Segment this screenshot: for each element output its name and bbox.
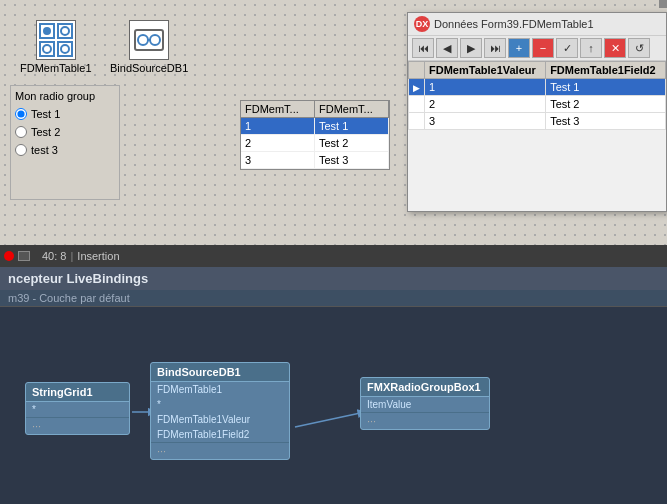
status-square xyxy=(18,251,30,261)
toolbar-first[interactable]: ⏮ xyxy=(412,38,434,58)
radio-group-title: Mon radio group xyxy=(15,90,115,102)
status-position: 40: 8 xyxy=(42,250,66,262)
fdmemtable-label: FDMemTable1 xyxy=(20,62,92,74)
fdmemtable-component[interactable]: FDMemTable1 xyxy=(20,20,92,74)
toolbar-prev[interactable]: ◀ xyxy=(436,38,458,58)
fmxradiogroupbox1-itemvalue: ItemValue xyxy=(361,397,489,412)
toolbar-refresh[interactable]: ↺ xyxy=(628,38,650,58)
bindsourcedb-icon xyxy=(129,20,169,60)
data-toolbar: ⏮ ◀ ▶ ⏭ + − ✓ ↑ ✕ ↺ xyxy=(408,36,666,61)
toolbar-confirm[interactable]: ✓ xyxy=(556,38,578,58)
row-indicator-1 xyxy=(409,79,425,96)
status-separator: | xyxy=(70,250,73,262)
radio-test3[interactable] xyxy=(15,144,27,156)
grid-header: FDMemT... FDMemT... xyxy=(241,101,389,118)
data-cell-3-valeur: 3 xyxy=(425,113,546,130)
grid-cell-3-2: Test 3 xyxy=(315,152,389,168)
fmxradiogroupbox1-node[interactable]: FMXRadioGroupBox1 ItemValue ··· xyxy=(360,377,490,430)
toolbar-next[interactable]: ▶ xyxy=(460,38,482,58)
status-bar: 40: 8 | Insertion xyxy=(0,245,667,267)
stringgrid1-node-dots: ··· xyxy=(26,417,129,434)
live-bindings-header: ncepteur LiveBindings xyxy=(0,267,667,290)
live-bindings-subheader: m39 - Couche par défaut xyxy=(0,290,667,307)
data-cell-2-field2: Test 2 xyxy=(546,96,666,113)
bindsourcedb1-field2: FDMemTable1Field2 xyxy=(151,427,289,442)
svg-point-4 xyxy=(43,27,51,35)
radio-item-1[interactable]: Test 1 xyxy=(15,108,115,120)
grid-col1-header: FDMemT... xyxy=(241,101,315,117)
svg-point-9 xyxy=(138,35,148,45)
radio-label-2: Test 2 xyxy=(31,126,60,138)
grid-row-1[interactable]: 1 Test 1 xyxy=(241,118,389,135)
data-cell-3-field2: Test 3 xyxy=(546,113,666,130)
svg-point-5 xyxy=(61,27,69,35)
bindsourcedb1-valeur: FDMemTable1Valeur xyxy=(151,412,289,427)
svg-point-6 xyxy=(43,45,51,53)
stringgrid1-node-item-star: * xyxy=(26,402,129,417)
grid-cell-1-2: Test 1 xyxy=(315,118,389,134)
live-bindings-title: ncepteur LiveBindings xyxy=(8,271,148,286)
grid-row-2[interactable]: 2 Test 2 xyxy=(241,135,389,152)
bindsourcedb1-node-title: BindSourceDB1 xyxy=(151,363,289,382)
status-red-dot xyxy=(4,251,14,261)
row-indicator-2 xyxy=(409,96,425,113)
fmxradiogroupbox1-node-title: FMXRadioGroupBox1 xyxy=(361,378,489,397)
data-row-1[interactable]: 1 Test 1 xyxy=(409,79,666,96)
data-cell-1-valeur: 1 xyxy=(425,79,546,96)
svg-point-10 xyxy=(150,35,160,45)
radio-group-box: Mon radio group Test 1 Test 2 test 3 xyxy=(10,85,120,200)
data-table: FDMemTable1Valeur FDMemTable1Field2 1 Te… xyxy=(408,61,666,130)
radio-item-2[interactable]: Test 2 xyxy=(15,126,115,138)
toolbar-last[interactable]: ⏭ xyxy=(484,38,506,58)
bindsourcedb1-node[interactable]: BindSourceDB1 FDMemTable1 * FDMemTable1V… xyxy=(150,362,290,460)
live-bindings-panel: ncepteur LiveBindings m39 - Couche par d… xyxy=(0,267,667,504)
bindsourcedb1-star: * xyxy=(151,397,289,412)
live-bindings-canvas: StringGrid1 * ··· BindSourceDB1 FDMemTab… xyxy=(0,307,667,497)
fmxradiogroupbox1-dots: ··· xyxy=(361,412,489,429)
live-bindings-subtitle: m39 - Couche par défaut xyxy=(8,292,130,304)
data-window-titlebar: DX Données Form39.FDMemTable1 xyxy=(408,13,666,36)
toolbar-add[interactable]: + xyxy=(508,38,530,58)
col-field2-header: FDMemTable1Field2 xyxy=(546,62,666,79)
data-row-3[interactable]: 3 Test 3 xyxy=(409,113,666,130)
grid-row-3[interactable]: 3 Test 3 xyxy=(241,152,389,169)
grid-col2-header: FDMemT... xyxy=(315,101,389,117)
toolbar-up[interactable]: ↑ xyxy=(580,38,602,58)
fdmemtable-icon xyxy=(36,20,76,60)
svg-line-13 xyxy=(295,412,365,427)
data-cell-1-field2: Test 1 xyxy=(546,79,666,96)
resize-handle[interactable] xyxy=(659,0,667,8)
grid-cell-2-2: Test 2 xyxy=(315,135,389,151)
radio-label-3: test 3 xyxy=(31,144,58,156)
grid-component[interactable]: FDMemT... FDMemT... 1 Test 1 2 Test 2 3 … xyxy=(240,100,390,170)
radio-item-3[interactable]: test 3 xyxy=(15,144,115,156)
bindsourcedb1-fdmemtable: FDMemTable1 xyxy=(151,382,289,397)
stringgrid1-node[interactable]: StringGrid1 * ··· xyxy=(25,382,130,435)
data-row-2[interactable]: 2 Test 2 xyxy=(409,96,666,113)
bindsourcedb-label: BindSourceDB1 xyxy=(110,62,188,74)
grid-cell-1-1: 1 xyxy=(241,118,315,134)
stringgrid1-node-title: StringGrid1 xyxy=(26,383,129,402)
indicator-col-header xyxy=(409,62,425,79)
col-valeur-header: FDMemTable1Valeur xyxy=(425,62,546,79)
bindsourcedb-component[interactable]: BindSourceDB1 xyxy=(110,20,188,74)
row-indicator-3 xyxy=(409,113,425,130)
radio-test1[interactable] xyxy=(15,108,27,120)
radio-test2[interactable] xyxy=(15,126,27,138)
data-window: DX Données Form39.FDMemTable1 ⏮ ◀ ▶ ⏭ + … xyxy=(407,12,667,212)
toolbar-delete[interactable]: − xyxy=(532,38,554,58)
grid-cell-2-1: 2 xyxy=(241,135,315,151)
status-mode: Insertion xyxy=(77,250,119,262)
data-window-icon: DX xyxy=(414,16,430,32)
bindsourcedb1-dots: ··· xyxy=(151,442,289,459)
toolbar-cancel[interactable]: ✕ xyxy=(604,38,626,58)
data-cell-2-valeur: 2 xyxy=(425,96,546,113)
data-window-title: Données Form39.FDMemTable1 xyxy=(434,18,594,30)
radio-label-1: Test 1 xyxy=(31,108,60,120)
svg-point-7 xyxy=(61,45,69,53)
grid-cell-3-1: 3 xyxy=(241,152,315,168)
